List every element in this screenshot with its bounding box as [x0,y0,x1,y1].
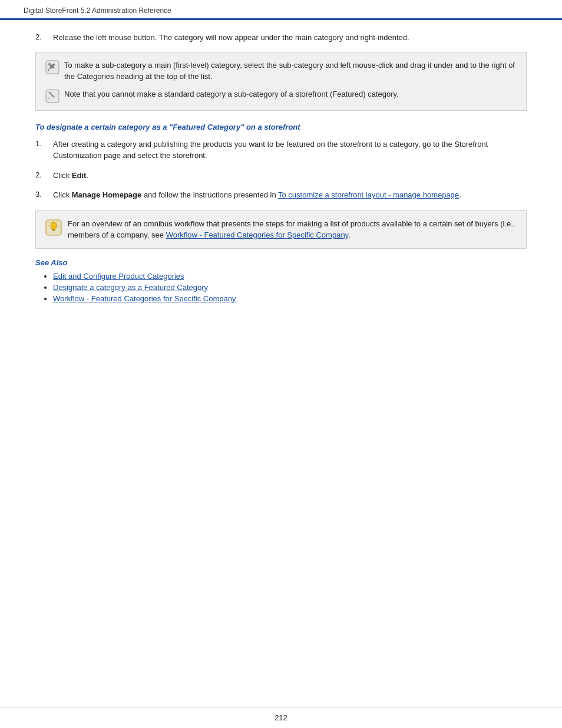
section-heading: To designate a certain category as a "Fe… [35,123,527,131]
tip-text-after: . [348,230,351,239]
manage-homepage-bold: Manage Homepage [72,190,141,199]
note-text-2: Note that you cannot make a standard cat… [64,88,399,100]
list-item: Edit and Configure Product Categories [53,272,527,281]
edit-bold: Edit [72,171,87,180]
featured-step-2: 2. Click Edit. [35,170,527,182]
list-item: Workflow - Featured Categories for Speci… [53,294,527,303]
see-also-list: Edit and Configure Product Categories De… [35,272,527,303]
note-text-1: To make a sub-category a main (first-lev… [64,60,517,83]
link-edit-configure[interactable]: Edit and Configure Product Categories [53,272,184,281]
note-row-1: To make a sub-category a main (first-lev… [45,60,517,83]
list-item: Designate a category as a Featured Categ… [53,283,527,292]
featured-step-3-text: Click Manage Homepage and follow the ins… [53,189,461,201]
customize-storefront-link[interactable]: To customize a storefront layout - manag… [278,190,459,199]
note-box: To make a sub-category a main (first-lev… [35,52,527,111]
tip-box: For an overview of an omnibus workflow t… [35,210,527,249]
featured-step-1-text: After creating a category and publishing… [53,139,527,162]
header-title: Digital StoreFront 5.2 Administration Re… [24,6,171,15]
link-designate-category[interactable]: Designate a category as a Featured Categ… [53,283,208,292]
svg-rect-7 [52,230,55,231]
featured-step-2-after: . [86,171,88,180]
featured-step-3: 3. Click Manage Homepage and follow the … [35,189,527,201]
bulb-icon [45,219,62,236]
svg-point-5 [51,222,57,229]
page-number: 212 [275,713,287,722]
see-also-heading: See Also [35,258,527,267]
note-row-2: Note that you cannot make a standard cat… [45,88,517,103]
page-wrapper: Digital StoreFront 5.2 Administration Re… [0,0,562,728]
pencil-icon-1 [45,60,59,74]
tip-text: For an overview of an omnibus workflow t… [68,218,517,241]
step-2-text: Release the left mouse button. The categ… [53,32,409,44]
content-area: 2. Release the left mouse button. The ca… [0,20,562,707]
pencil-icon-2 [45,89,59,103]
featured-step-3-end: . [459,190,461,199]
footer-bar: 212 [0,707,562,728]
featured-step-2-text: Click Edit. [53,170,88,182]
featured-step-2-number: 2. [35,170,53,179]
link-workflow-featured[interactable]: Workflow - Featured Categories for Speci… [53,294,236,303]
featured-step-1-number: 1. [35,139,53,148]
step-2-item: 2. Release the left mouse button. The ca… [35,32,527,44]
header-bar: Digital StoreFront 5.2 Administration Re… [0,0,562,20]
featured-step-3-middle: and follow the instructions presented in [141,190,278,199]
svg-rect-6 [52,229,55,230]
featured-step-3-number: 3. [35,189,53,199]
featured-step-1: 1. After creating a category and publish… [35,139,527,162]
workflow-link-tip[interactable]: Workflow - Featured Categories for Speci… [166,230,348,239]
step-2-number: 2. [35,32,53,41]
